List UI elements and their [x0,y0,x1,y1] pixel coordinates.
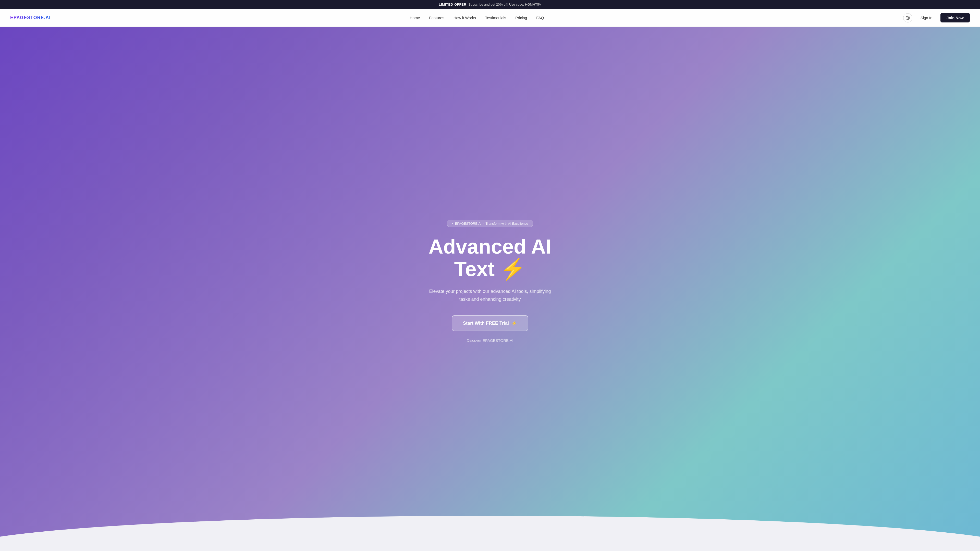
hero-title: Advanced AI Text ⚡ [428,235,552,280]
announcement-label: LIMITED OFFER [439,3,466,6]
nav-item-home[interactable]: Home [410,16,420,20]
cta-label: Start With FREE Trial [463,321,509,326]
language-button[interactable] [903,13,912,22]
nav-links: Home Features How it Works Testimonials … [410,16,544,20]
hero-subtitle: Elevate your projects with our advanced … [429,287,551,303]
navbar: EPAGESTORE.AI Home Features How it Works… [0,9,980,27]
badge-tagline: Transform with AI Excellence [485,222,528,225]
nav-right: Sign In Join Now [903,13,970,22]
badge-brand: EPAGESTORE.AI [455,222,481,225]
discover-link[interactable]: Discover EPAGESTORE.AI [467,338,514,343]
nav-item-faq[interactable]: FAQ [536,16,544,20]
hero-title-line1: Advanced AI [428,235,552,258]
badge-dot [452,223,453,224]
join-now-button[interactable]: Join Now [940,13,970,22]
badge-separator: · [483,222,484,225]
announcement-text: Subscribe and get 20% off! Use code: HGM… [468,3,541,6]
sign-in-button[interactable]: Sign In [916,14,937,22]
hero-title-line2: Text [454,258,495,280]
cta-button[interactable]: Start With FREE Trial ⚡ [452,315,528,331]
nav-item-features[interactable]: Features [429,16,444,20]
logo[interactable]: EPAGESTORE.AI [10,15,51,21]
announcement-bar: LIMITED OFFER Subscribe and get 20% off!… [0,0,980,9]
lightning-icon: ⚡ [500,258,526,280]
hero-section: EPAGESTORE.AI · Transform with AI Excell… [0,27,980,551]
nav-item-pricing[interactable]: Pricing [515,16,527,20]
nav-item-testimonials[interactable]: Testimonials [485,16,506,20]
hero-badge: EPAGESTORE.AI · Transform with AI Excell… [447,220,533,227]
cta-icon: ⚡ [511,321,517,326]
nav-item-how-it-works[interactable]: How it Works [453,16,476,20]
